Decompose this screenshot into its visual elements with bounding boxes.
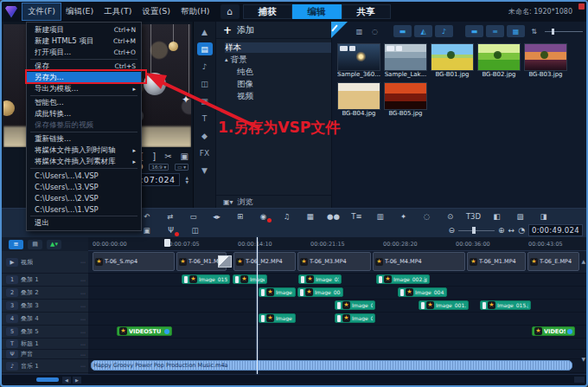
menu-item[interactable]: 编辑(E) [61,3,99,20]
library-nav-item[interactable]: 图像 [225,79,331,89]
file-menu-item[interactable]: 打开项目...Ctrl+O [27,47,141,58]
scroll-up-icon[interactable]: ▲ [581,258,585,264]
stop-motion-icon[interactable]: ◫ [187,224,203,236]
file-menu-item[interactable]: 将媒体文件插入到素材库▸ [27,156,141,167]
timeline-clip[interactable]: ★Image_002.jp [376,274,430,284]
overlays-icon[interactable]: ▣ [197,94,213,107]
painting-creator-icon[interactable]: ●● [325,210,342,223]
library-nav-item[interactable]: 视频 [225,91,331,101]
track-options-icon[interactable]: ⋯ [80,303,86,309]
color-grading-icon[interactable]: ◨ [535,210,552,223]
file-menu-item[interactable]: 导出为模板...▸ [27,83,141,94]
timeline-clip[interactable]: Happy Groovy Power Pop Production Music.… [91,360,572,371]
track-header-video[interactable]: ▶视频⋯ [2,251,88,274]
library-thumbnail[interactable]: BG-B05.jpg [384,82,427,118]
timeline-clip[interactable]: ★VIDEOSTU [117,326,172,336]
scroll-up-icon[interactable]: ▲ [197,25,213,38]
batch-convert-icon[interactable]: ⊞ [232,210,248,223]
browse-button[interactable]: ▣▾ 浏览 [216,195,331,208]
sound-mixer-icon[interactable]: ♫ [278,210,295,223]
track-manager-icon[interactable]: ▲▾ [47,240,61,249]
file-menu-item[interactable]: 成批转换... [27,108,141,119]
sort-icon[interactable]: ⇅ [527,25,540,37]
track-options-icon[interactable]: ⋯ [80,259,86,265]
storyboard-icon[interactable]: ▦ [302,210,318,223]
playhead[interactable] [257,237,258,374]
voiceover-icon[interactable]: Ψ [163,224,179,236]
close-button[interactable] [578,3,585,10]
timeline-clip[interactable]: ★T-06_M3.MP4 [297,252,371,271]
project-duration-icon[interactable]: ◔ [518,226,525,235]
media-library-icon[interactable]: ▤ [197,42,213,55]
customize-toolbar-icon[interactable]: ◌ [419,210,435,223]
filters-icon[interactable]: FX [197,146,213,159]
filter-audio-icon[interactable]: ♪ [435,25,453,37]
cue-marker[interactable] [164,239,170,247]
timeline-clip[interactable]: ★Image_0 [259,313,296,323]
library-nav-item[interactable]: ▴背景 [225,55,331,65]
timeline-clip[interactable]: ★T-06_M4.MP4 [373,252,465,271]
timeline-clip[interactable]: ★Image_0 [259,287,296,297]
enlarge-preview-icon[interactable]: ▭ [185,210,201,223]
graphics-icon[interactable]: ◆ [197,129,213,142]
layers-icon[interactable]: ◧ [489,210,505,223]
file-menu-item[interactable]: 将媒体文件插入到时间轴▸ [27,145,141,156]
track-header-overlay[interactable]: 1叠加 1⋯ [2,274,88,287]
transitions-icon[interactable]: ◫ [197,77,213,90]
track-options-icon[interactable]: ⋯ [80,329,86,335]
track-options-icon[interactable]: ⋯ [80,316,86,322]
filter-videos-icon[interactable]: ▬ [393,25,412,37]
timeline-clip[interactable]: ★T-06_M2.MP4 [233,252,296,271]
file-menu-item[interactable]: C:\Users\...\1.VSP [27,203,141,215]
scrollbar-thumb[interactable] [36,377,59,382]
menu-item[interactable]: 帮助(H) [176,3,215,20]
menu-item[interactable]: 设置(S) [137,3,176,20]
track-options-icon[interactable]: ⋯ [80,363,86,369]
timeline-clip[interactable]: ★T-06_S.mp4 [93,252,175,271]
aspect-ratio-select[interactable]: 16:9 ▾ [149,164,169,171]
scroll-left-button[interactable]: ◀ [62,377,71,384]
track-header-music[interactable]: ♪音乐 1⋯ [2,359,88,373]
timeline-clip[interactable]: ★T-06_E.MP4 [527,252,579,271]
file-menu-item[interactable]: 退出 [27,217,141,229]
mode-tab[interactable]: 编辑 [292,4,342,19]
grid-view-icon[interactable]: ▦ [507,25,525,37]
thumbnail-size-slider[interactable] [545,25,583,37]
timeline-clip[interactable]: ★Image_0 [335,313,375,323]
zoom-in-icon[interactable]: ⊕ [498,226,505,235]
scroll-right-button[interactable]: ▶ [73,377,81,384]
scroll-down-icon[interactable]: ▼ [581,356,585,362]
360-video-icon[interactable]: ⊙ [442,210,458,223]
pin-icon[interactable] [331,22,348,38]
track-options-icon[interactable]: ⋯ [80,277,86,283]
split-clip-icon[interactable]: ◂▸ [208,210,225,223]
file-menu-item[interactable]: 新建 HTML5 项目Ctrl+M [27,35,141,47]
mask-creator-icon[interactable]: ▨ [512,210,528,223]
file-menu-item[interactable]: 重新链接... [27,133,141,145]
resize-options-select[interactable]: ▭ ▾ [175,164,189,171]
track-header-overlay[interactable]: 4叠加 4⋯ [2,313,88,326]
track-header-overlay[interactable]: 5叠加 5⋯ [2,326,88,339]
zoom-out-icon[interactable]: ⊖ [449,226,456,235]
track-options-icon[interactable]: ⋯ [80,352,86,358]
titles-icon[interactable]: T [197,112,213,125]
library-thumbnail[interactable]: BG-B01.jpg [431,43,474,79]
split-screen-icon[interactable]: ▥ [372,210,388,223]
track-header-overlay[interactable]: 3叠加 3⋯ [2,300,88,313]
timeline-ruler[interactable]: 00:00:00:0000:00:07:0500:00:14:1000:00:2… [88,237,586,251]
library-thumbnail[interactable]: BG-B03.jpg [524,43,567,79]
timeline-clip[interactable]: ★Image_004 [297,287,343,297]
3d-title-icon[interactable]: T3D [465,210,482,223]
file-menu-item[interactable]: 智能包... [27,97,141,108]
timeline-clip[interactable]: ★Image_015.j [480,300,531,310]
timeline-clip[interactable]: ★Image_0 [335,300,375,310]
library-nav-item[interactable]: 样本 [225,42,331,53]
home-tab[interactable]: ⌂ [220,4,240,19]
timeline-view-icon[interactable]: ≡ [9,240,23,249]
motion-tracking-icon[interactable]: ✦ [395,210,412,223]
mark-out-icon[interactable]: ] [152,152,156,161]
timeline-clip[interactable]: ★Image_015 [182,274,230,284]
file-menu-item[interactable]: C:\Users\...\4.VSP [27,170,141,181]
library-thumbnail[interactable]: BG-B02.jpg [477,43,521,79]
transition-icon[interactable] [218,255,232,268]
